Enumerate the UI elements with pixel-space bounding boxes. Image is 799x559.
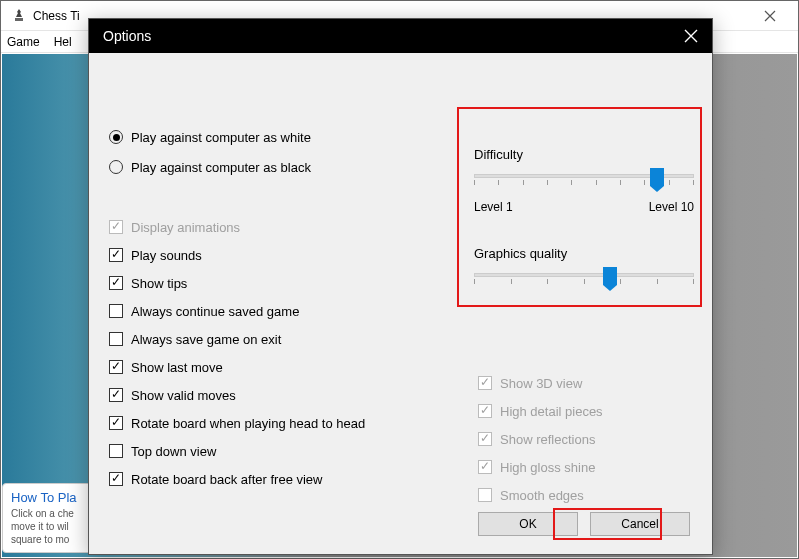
- svg-rect-0: [15, 18, 23, 21]
- check-play-sounds[interactable]: Play sounds: [109, 243, 409, 267]
- difficulty-min-label: Level 1: [474, 200, 513, 214]
- check-smooth-edges: Smooth edges: [478, 483, 688, 507]
- checkbox-icon: [478, 404, 492, 418]
- check-show-valid-moves[interactable]: Show valid moves: [109, 383, 409, 407]
- graphics-checks: Show 3D view High detail pieces Show ref…: [478, 367, 688, 511]
- check-label: Always save game on exit: [131, 332, 281, 347]
- difficulty-slider[interactable]: [474, 168, 694, 190]
- check-label: Rotate board back after free view: [131, 472, 323, 487]
- check-always-continue[interactable]: Always continue saved game: [109, 299, 409, 323]
- check-high-detail: High detail pieces: [478, 399, 688, 423]
- dialog-titlebar: Options: [89, 19, 712, 53]
- graphics-slider[interactable]: [474, 267, 694, 289]
- parent-window-title: Chess Ti: [33, 9, 80, 23]
- check-label: High detail pieces: [500, 404, 603, 419]
- checkbox-icon: [478, 432, 492, 446]
- check-label: Show valid moves: [131, 388, 236, 403]
- howto-panel: How To Pla Click on a che move it to wil…: [2, 483, 102, 553]
- checkbox-icon: [109, 388, 123, 402]
- check-always-save[interactable]: Always save game on exit: [109, 327, 409, 351]
- check-label: Show 3D view: [500, 376, 582, 391]
- slider-track: [474, 273, 694, 277]
- radio-icon: [109, 130, 123, 144]
- checkbox-icon: [478, 460, 492, 474]
- dialog-buttons: OK Cancel: [478, 512, 690, 536]
- slider-thumb[interactable]: [603, 267, 617, 285]
- check-high-gloss: High gloss shine: [478, 455, 688, 479]
- checkbox-icon: [478, 488, 492, 502]
- check-rotate-free-view[interactable]: Rotate board back after free view: [109, 467, 409, 491]
- check-label: High gloss shine: [500, 460, 595, 475]
- radio-play-white[interactable]: Play against computer as white: [109, 125, 409, 149]
- howto-text: move it to wil: [11, 520, 93, 533]
- check-show-reflections: Show reflections: [478, 427, 688, 451]
- check-top-down-view[interactable]: Top down view: [109, 439, 409, 463]
- check-label: Play sounds: [131, 248, 202, 263]
- check-show-last-move[interactable]: Show last move: [109, 355, 409, 379]
- right-column: Difficulty Level 1 Level 10 Graphics qua…: [474, 119, 694, 291]
- dialog-close-button[interactable]: [684, 29, 698, 43]
- checkbox-icon: [478, 376, 492, 390]
- chess-icon: [11, 8, 27, 24]
- checkbox-icon: [109, 472, 123, 486]
- menu-game[interactable]: Game: [7, 35, 40, 49]
- checkbox-icon: [109, 304, 123, 318]
- checkbox-icon: [109, 416, 123, 430]
- slider-thumb[interactable]: [650, 168, 664, 186]
- checkbox-icon: [109, 220, 123, 234]
- check-label: Smooth edges: [500, 488, 584, 503]
- check-show-tips[interactable]: Show tips: [109, 271, 409, 295]
- check-label: Show reflections: [500, 432, 595, 447]
- howto-text: Click on a che: [11, 507, 93, 520]
- radio-play-black[interactable]: Play against computer as black: [109, 155, 409, 179]
- check-rotate-head-to-head[interactable]: Rotate board when playing head to head: [109, 411, 409, 435]
- dialog-body: Play against computer as white Play agai…: [89, 53, 712, 554]
- checkbox-icon: [109, 444, 123, 458]
- check-label: Display animations: [131, 220, 240, 235]
- howto-title: How To Pla: [11, 490, 93, 505]
- radio-label: Play against computer as black: [131, 160, 311, 175]
- graphics-heading: Graphics quality: [474, 246, 694, 261]
- radio-icon: [109, 160, 123, 174]
- difficulty-heading: Difficulty: [474, 147, 694, 162]
- checkbox-icon: [109, 248, 123, 262]
- checkbox-icon: [109, 360, 123, 374]
- check-label: Show last move: [131, 360, 223, 375]
- menu-help[interactable]: Hel: [54, 35, 72, 49]
- parent-close-button[interactable]: [750, 5, 790, 27]
- difficulty-max-label: Level 10: [649, 200, 694, 214]
- left-column: Play against computer as white Play agai…: [109, 71, 409, 491]
- dialog-title: Options: [103, 28, 151, 44]
- radio-label: Play against computer as white: [131, 130, 311, 145]
- check-label: Always continue saved game: [131, 304, 299, 319]
- cancel-button[interactable]: Cancel: [590, 512, 690, 536]
- check-display-animations: Display animations: [109, 215, 409, 239]
- check-label: Rotate board when playing head to head: [131, 416, 365, 431]
- options-dialog: Options Play against computer as white P…: [88, 18, 713, 555]
- check-show-3d: Show 3D view: [478, 371, 688, 395]
- howto-text: square to mo: [11, 533, 93, 546]
- checkbox-icon: [109, 332, 123, 346]
- check-label: Show tips: [131, 276, 187, 291]
- ok-button[interactable]: OK: [478, 512, 578, 536]
- difficulty-labels: Level 1 Level 10: [474, 200, 694, 214]
- slider-ticks: [474, 279, 694, 285]
- check-label: Top down view: [131, 444, 216, 459]
- checkbox-icon: [109, 276, 123, 290]
